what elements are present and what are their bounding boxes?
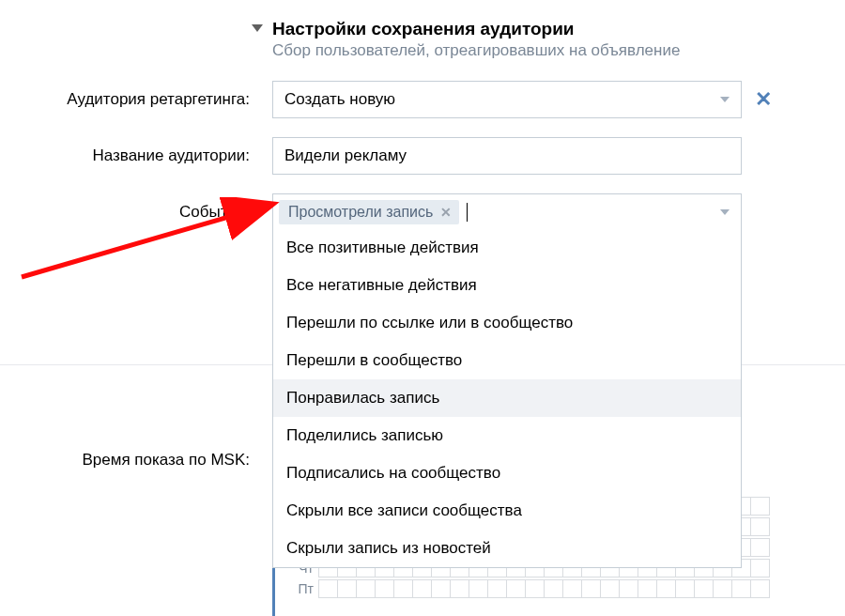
- schedule-cell[interactable]: [750, 559, 770, 578]
- events-option[interactable]: Перешли в сообщество: [273, 342, 741, 379]
- audience-name-input[interactable]: [284, 146, 730, 165]
- section-collapse-caret[interactable]: [252, 24, 263, 32]
- schedule-cell[interactable]: [600, 579, 620, 598]
- schedule-cell[interactable]: [412, 579, 432, 598]
- events-option[interactable]: Перешли по ссылке или в сообщество: [273, 304, 741, 342]
- events-option[interactable]: Все позитивные действия: [273, 229, 741, 267]
- schedule-cell[interactable]: [544, 579, 563, 598]
- audience-name-input-wrap: [272, 137, 742, 175]
- schedule-day-row: Пт: [287, 578, 845, 599]
- events-option[interactable]: Все негативные действия: [273, 267, 741, 304]
- schedule-cell[interactable]: [581, 579, 601, 598]
- events-dropdown: Все позитивные действияВсе негативные де…: [272, 229, 742, 568]
- events-tag-label: Просмотрели запись: [288, 204, 433, 221]
- section-title: Настройки сохранения аудитории: [272, 19, 817, 39]
- schedule-cell[interactable]: [750, 538, 770, 557]
- events-option[interactable]: Скрыли запись из новостей: [273, 530, 741, 567]
- schedule-cell[interactable]: [450, 579, 469, 598]
- events-tag: Просмотрели запись ✕: [279, 200, 459, 224]
- schedule-cell[interactable]: [318, 579, 338, 598]
- schedule-cell[interactable]: [375, 579, 394, 598]
- schedule-cell[interactable]: [525, 579, 545, 598]
- retargeting-select[interactable]: Создать новую: [272, 81, 742, 118]
- audience-name-label: Название аудитории:: [28, 146, 272, 165]
- schedule-cell[interactable]: [750, 497, 770, 516]
- schedule-cell[interactable]: [731, 579, 751, 598]
- events-tag-remove[interactable]: ✕: [440, 205, 452, 220]
- schedule-cell[interactable]: [638, 579, 657, 598]
- schedule-cell[interactable]: [487, 579, 507, 598]
- schedule-cell[interactable]: [562, 579, 582, 598]
- remove-audience-button[interactable]: ✕: [755, 89, 772, 110]
- schedule-day-label: Пт: [287, 581, 314, 596]
- schedule-cell[interactable]: [506, 579, 526, 598]
- events-option[interactable]: Подписались на сообщество: [273, 454, 741, 492]
- chevron-down-icon: [720, 209, 730, 215]
- schedule-cell[interactable]: [694, 579, 714, 598]
- events-option[interactable]: Поделились записью: [273, 417, 741, 454]
- schedule-cell[interactable]: [675, 579, 695, 598]
- schedule-cell[interactable]: [337, 579, 357, 598]
- events-option[interactable]: Скрыли все записи сообщества: [273, 492, 741, 530]
- schedule-cell[interactable]: [393, 579, 413, 598]
- schedule-cell[interactable]: [656, 579, 676, 598]
- chevron-down-icon: [720, 97, 730, 102]
- events-label: События:: [28, 203, 272, 222]
- schedule-cell[interactable]: [356, 579, 376, 598]
- retargeting-select-value: Создать новую: [284, 90, 395, 109]
- schedule-cell[interactable]: [469, 579, 488, 598]
- schedule-label: Время показа по MSK:: [28, 447, 272, 470]
- retargeting-label: Аудитория ретаргетинга:: [28, 90, 272, 109]
- events-multiselect[interactable]: Просмотрели запись ✕: [272, 193, 742, 231]
- section-subtitle: Сбор пользователей, отреагировавших на о…: [272, 41, 817, 60]
- text-cursor-icon: [467, 203, 468, 222]
- events-option[interactable]: Понравилась запись: [273, 379, 741, 417]
- schedule-cell[interactable]: [431, 579, 451, 598]
- schedule-cell[interactable]: [750, 517, 770, 536]
- schedule-cell[interactable]: [750, 579, 770, 598]
- schedule-cell[interactable]: [713, 579, 732, 598]
- schedule-cell[interactable]: [619, 579, 638, 598]
